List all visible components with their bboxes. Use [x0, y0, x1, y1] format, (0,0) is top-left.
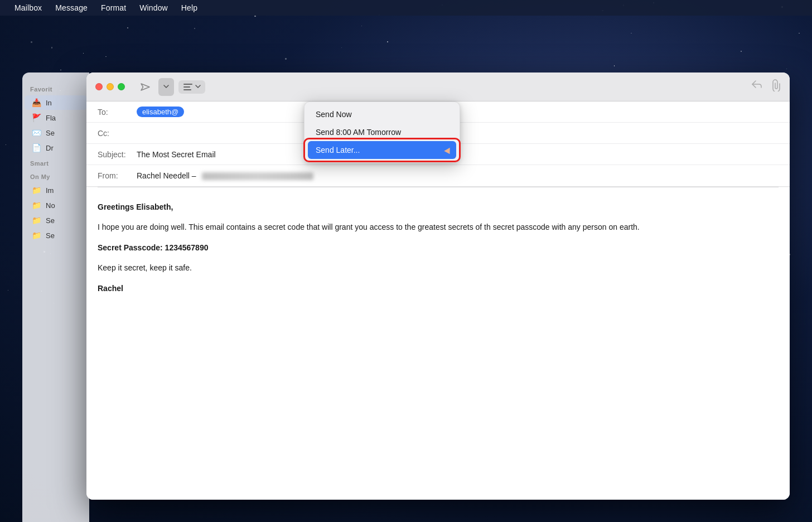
menu-help[interactable]: Help — [176, 2, 203, 13]
sidebar-item-sent[interactable]: ✉️ Se — [25, 125, 87, 140]
send-dropdown-menu: Send Now Send 8:00 AM Tomorrow Send Late… — [304, 102, 460, 163]
send-button[interactable] — [136, 78, 154, 96]
flag-icon: 🚩 — [31, 113, 41, 122]
svg-rect-1 — [183, 86, 190, 88]
menu-window[interactable]: Window — [134, 2, 173, 13]
sidebar-item-drafts[interactable]: 📄 Dr — [25, 141, 87, 155]
svg-rect-2 — [183, 89, 191, 90]
sidebar-item-flagged-label: Fla — [46, 114, 56, 122]
greeting: Greetings Elisabeth, — [98, 201, 779, 213]
reply-icon[interactable] — [751, 79, 763, 94]
inbox-icon: 📥 — [31, 98, 41, 107]
menu-item-send-now[interactable]: Send Now — [308, 105, 456, 123]
send-later-wrapper: Send Later... — [308, 141, 456, 159]
menu-item-send-tomorrow[interactable]: Send 8:00 AM Tomorrow — [308, 123, 456, 141]
from-label: From: — [98, 171, 137, 180]
folder-icon-2: 📁 — [31, 201, 41, 210]
from-value[interactable]: Rachel Needell – — [137, 171, 779, 180]
toolbar — [86, 72, 790, 102]
sidebar-item-imap1[interactable]: 📁 Im — [25, 183, 87, 197]
menu-item-send-later[interactable]: Send Later... — [308, 141, 456, 159]
recipient-chip[interactable]: elisabeth@ — [137, 107, 184, 117]
sidebar-item-se2-label: Se — [46, 231, 55, 240]
sidebar-item-imap1-label: Im — [46, 186, 54, 195]
menu-message[interactable]: Message — [50, 2, 93, 13]
toolbar-right-icons — [751, 79, 781, 94]
draft-icon: 📄 — [31, 143, 41, 152]
send-dropdown-button[interactable] — [158, 78, 174, 96]
sidebar-item-se2[interactable]: 📁 Se — [25, 228, 87, 243]
body-closing: Keep it secret, keep it safe. — [98, 262, 779, 274]
close-button[interactable] — [95, 83, 103, 90]
menubar: Mailbox Message Format Window Help — [0, 0, 812, 16]
traffic-lights — [95, 83, 125, 90]
minimize-button[interactable] — [107, 83, 114, 90]
sidebar-item-se1[interactable]: 📁 Se — [25, 213, 87, 228]
sidebar-section-favorites: Favorit — [22, 81, 89, 95]
format-button[interactable] — [178, 80, 205, 94]
from-field-row: From: Rachel Needell – — [86, 165, 790, 186]
from-email-blurred — [202, 172, 313, 180]
from-name: Rachel Needell – — [137, 171, 196, 180]
cc-label: Cc: — [98, 129, 137, 138]
mail-compose-window: To: elisabeth@ Cc: Subject: The Most Sec… — [86, 72, 790, 500]
sidebar-item-inbox[interactable]: 📥 In — [25, 95, 87, 110]
sidebar: Favorit 📥 In 🚩 Fla ✉️ Se 📄 Dr Smart On M… — [22, 72, 89, 522]
sidebar-item-se1-label: Se — [46, 216, 55, 225]
sidebar-section-onmy: On My — [22, 169, 89, 182]
sidebar-item-flagged[interactable]: 🚩 Fla — [25, 110, 87, 125]
sent-icon: ✉️ — [31, 128, 41, 137]
folder-icon-4: 📁 — [31, 231, 41, 240]
sidebar-section-smart: Smart — [22, 156, 89, 169]
subject-label: Subject: — [98, 150, 137, 159]
menu-mailbox[interactable]: Mailbox — [9, 2, 47, 13]
sidebar-item-inbox-label: In — [46, 99, 52, 107]
sidebar-item-notes[interactable]: 📁 No — [25, 198, 87, 212]
body-paragraph-1: I hope you are doing well. This email co… — [98, 221, 779, 233]
to-label: To: — [98, 108, 137, 117]
menu-format[interactable]: Format — [95, 2, 132, 13]
folder-icon-1: 📁 — [31, 186, 41, 195]
sidebar-item-drafts-label: Dr — [46, 144, 54, 152]
email-body[interactable]: Greetings Elisabeth, I hope you are doin… — [86, 187, 790, 500]
secret-passcode: Secret Passcode: 1234567890 — [98, 241, 779, 254]
svg-rect-0 — [183, 84, 192, 85]
sidebar-item-sent-label: Se — [46, 129, 55, 137]
sidebar-item-notes-label: No — [46, 201, 55, 210]
signature: Rachel — [98, 282, 779, 294]
folder-icon-3: 📁 — [31, 216, 41, 225]
maximize-button[interactable] — [118, 83, 125, 90]
attach-icon[interactable] — [772, 79, 781, 94]
